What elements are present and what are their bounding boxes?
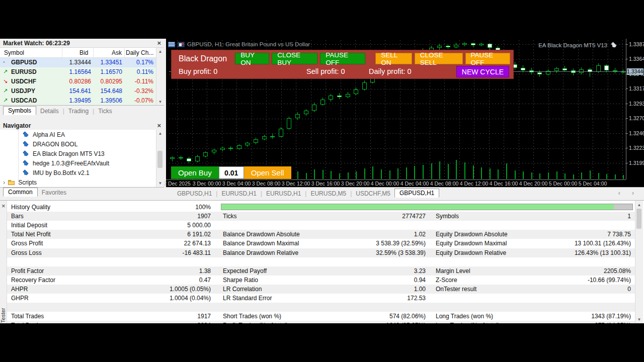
gridline-v [593, 40, 593, 179]
scroll-up-icon[interactable]: ▲ [156, 131, 164, 136]
navigator-item-label[interactable]: Scripts [18, 179, 37, 186]
gridline-v [563, 40, 564, 179]
volume-bar [456, 160, 457, 179]
table-row-gbpusd[interactable]: •GBPUSD1.334441.334510.17% [0, 58, 156, 67]
tab-ticks[interactable]: Ticks [94, 107, 116, 115]
pause-sell-button[interactable]: PAUSE OFF [465, 53, 510, 64]
tab-favorites[interactable]: Favorites [38, 189, 70, 197]
tester-metric-label: Expected Payoff [223, 267, 267, 275]
sell-on-button[interactable]: SELL ON [375, 53, 412, 64]
gridline-v [578, 40, 579, 179]
tab-symbols[interactable]: Symbols [3, 106, 36, 115]
navigator-item-hedge-1-0-3-freeeafxvault[interactable]: hedge 1.0.3@FreeEAfxVault [22, 158, 109, 168]
candle-body [245, 143, 250, 145]
column-daily-change[interactable]: Daily Ch... [126, 49, 153, 56]
expert-advisor-icon [22, 160, 30, 166]
table-row-usdjpy[interactable]: ↗USDJPY154.641154.648-0.32% [0, 86, 156, 96]
close-sell-button[interactable]: CLOSE SELL [415, 53, 463, 64]
chart-tab-eurusd-h1[interactable]: EURUSD,H1 [217, 190, 260, 198]
navigator-item-imu-by-bo-botfx-v2-1[interactable]: IMU by Bo.Botfx v2.1 [22, 168, 90, 177]
market-watch-icon[interactable] [168, 42, 175, 47]
tester-metric-label: Margin Level [436, 267, 470, 275]
candle-body [446, 46, 450, 47]
volume-bar [515, 170, 516, 179]
daily-change-value: -0.11% [125, 78, 153, 85]
tab-trading[interactable]: Trading [64, 107, 93, 115]
column-symbol[interactable]: Symbol [4, 49, 24, 56]
navigator-item-alpha-ai-ea[interactable]: Alpha AI EA [22, 130, 65, 139]
tester-scrollbar[interactable]: ▲ ▼ [635, 201, 643, 324]
letterbox-top [0, 0, 644, 39]
navigator-scrollbar[interactable]: ▲ ▼ [156, 130, 164, 187]
tester-metric-label: Profit Factor [11, 267, 44, 275]
navigator-item-dragon-bool[interactable]: DRAGON BOOL [22, 139, 77, 149]
chart-tab-gbpusd-h1[interactable]: GBPUSD,H1 [173, 190, 216, 198]
open-sell-button[interactable]: Open Sell [244, 166, 291, 179]
navigator-item-label[interactable]: IMU by Bo.Botfx v2.1 [33, 169, 90, 176]
navigator-item-label[interactable]: hedge 1.0.3@FreeEAfxVault [33, 160, 109, 167]
chart-tab-gbpusd-h1[interactable]: GBPUSD,H1 [394, 189, 439, 198]
candle-body [562, 68, 567, 70]
close-icon[interactable]: × [2, 204, 6, 209]
volume-bar [297, 171, 298, 179]
table-row-usdchf[interactable]: ↘USDCHF0.802860.80295-0.11% [0, 77, 156, 86]
tab-scroll-arrows[interactable]: ‹ › [618, 190, 639, 197]
new-cycle-button[interactable]: NEW CYCLE [456, 66, 509, 77]
scrollbar-thumb[interactable] [636, 209, 641, 229]
close-buy-button[interactable]: CLOSE BUY [272, 53, 317, 64]
gridline-h [169, 133, 626, 134]
scrollbar-thumb[interactable] [157, 151, 163, 168]
candle-doji [228, 148, 233, 149]
column-bid[interactable]: Bid [79, 49, 88, 56]
open-buy-button[interactable]: Open Buy [171, 166, 219, 179]
market-watch-header[interactable]: Symbol Bid Ask Daily Ch... [0, 48, 156, 58]
close-icon[interactable]: × [157, 123, 161, 128]
table-row-eurusd[interactable]: ↗EURUSD1.165641.165700.11% [0, 67, 156, 77]
tester-metric-value: -16 483.11 [183, 249, 211, 256]
volume-bar [490, 168, 491, 179]
volume-bar [381, 169, 382, 179]
candle-body [462, 43, 467, 45]
navigator-tabs: Common Favorites [0, 187, 164, 198]
trend-up-icon: ↗ [3, 68, 8, 75]
navigator-item-scripts[interactable]: ›Scripts [3, 177, 37, 187]
buy-on-button[interactable]: BUY ON [235, 53, 269, 64]
scroll-down-icon[interactable]: ▼ [156, 100, 164, 104]
navigator-item-ea-black-dragon-mt5-v13[interactable]: EA Black Dragon MT5 V13 [22, 149, 105, 158]
tester-cell: Margin Level2205.08% [433, 266, 635, 276]
trend-up-icon: ↗ [3, 87, 8, 94]
chart-window-icon[interactable] [178, 42, 185, 47]
chart-tab-eurusd-h1[interactable]: EURUSD,H1 [262, 190, 305, 198]
scroll-up-icon[interactable]: ▲ [156, 49, 164, 54]
tester-cell: Total Net Profit6 191.02 [7, 230, 220, 239]
scroll-up-icon[interactable]: ▲ [635, 203, 643, 207]
lot-size-input[interactable]: 0.01 [219, 166, 244, 179]
tester-cell: History Quality100% [7, 203, 220, 212]
chart-tab-eurusd-m5[interactable]: EURUSD,M5 [306, 190, 350, 198]
tester-metric-value: 22 674.13 [184, 240, 211, 247]
market-watch-scrollbar[interactable]: ▲ ▼ [156, 48, 164, 106]
market-watch-tabs: Symbols Details| Trading| Ticks [0, 105, 164, 117]
scroll-down-icon[interactable]: ▼ [635, 317, 643, 322]
gridline-h [169, 119, 626, 119]
navigator-item-label[interactable]: Alpha AI EA [33, 131, 65, 138]
column-ask[interactable]: Ask [112, 49, 122, 56]
price-tick [626, 88, 628, 89]
expander-icon[interactable]: › [3, 178, 5, 186]
tab-common[interactable]: Common [3, 188, 38, 197]
tester-metric-value: 1343 (87.19%) [591, 313, 631, 320]
price-axis-label: 1.32230 [629, 145, 644, 151]
pause-buy-button[interactable]: PAUSE OFF [320, 53, 365, 64]
close-icon[interactable]: × [157, 41, 161, 46]
navigator-item-label[interactable]: EA Black Dragon MT5 V13 [33, 150, 105, 157]
chart-tab-usdchf-m5[interactable]: USDCHF,M5 [352, 190, 394, 198]
table-row-usdcad[interactable]: ↗USDCAD1.394951.39506-0.07% [0, 96, 156, 106]
chart-title: GBPUSD, H1: Great Britain Pound vs US Do… [187, 41, 310, 47]
candle-body [287, 118, 291, 128]
tester-metric-value: 1 [627, 213, 631, 220]
tab-details[interactable]: Details [36, 107, 63, 115]
navigator-item-label[interactable]: DRAGON BOOL [33, 141, 77, 148]
price-tick [626, 44, 628, 45]
expert-advisor-icon [22, 132, 30, 137]
tester-cell: Initial Deposit5 000.00 [7, 221, 220, 230]
